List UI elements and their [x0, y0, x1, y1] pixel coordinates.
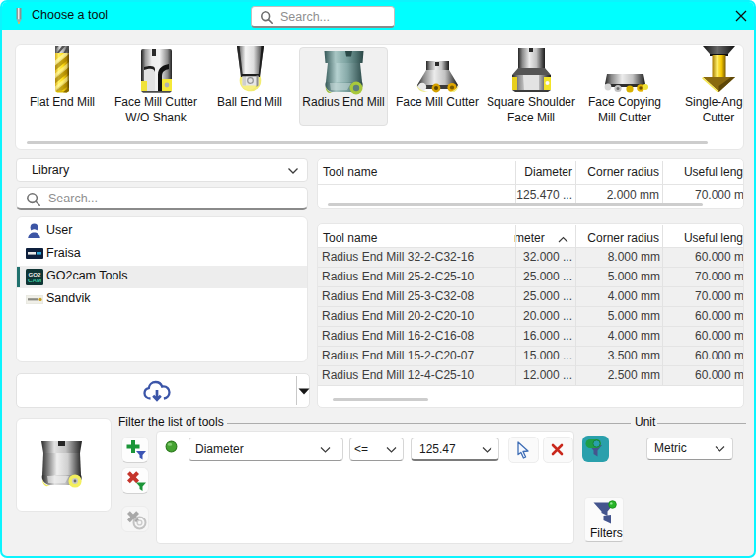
- svg-text:CAM: CAM: [28, 277, 41, 283]
